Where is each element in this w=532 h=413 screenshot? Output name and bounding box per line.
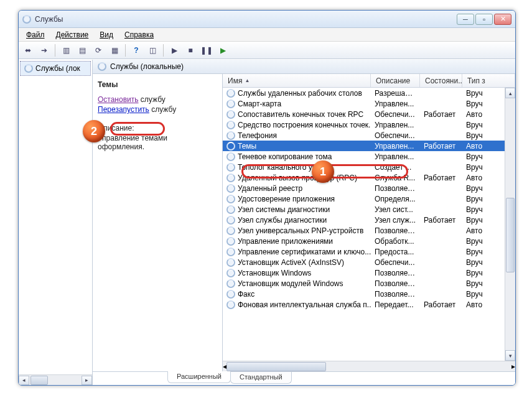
service-row[interactable]: Смарт-картаУправлен...Вруч bbox=[223, 98, 505, 109]
help-button[interactable]: ? bbox=[129, 44, 143, 57]
service-type: Вруч bbox=[462, 163, 505, 172]
column-header-row: Имя▲ Описание Состояни... Тип з bbox=[223, 74, 515, 88]
gear-icon bbox=[226, 290, 235, 299]
service-row[interactable]: Узел универсальных PNP-устройствПозволяе… bbox=[223, 225, 505, 236]
service-state: Работает bbox=[420, 300, 462, 309]
scroll-right-icon[interactable]: ▸ bbox=[82, 376, 92, 385]
gear-icon bbox=[226, 142, 235, 151]
show-hide-tree-button[interactable]: ▥ bbox=[59, 44, 73, 57]
tab-extended[interactable]: Расширенный bbox=[167, 371, 231, 383]
close-button[interactable]: ✕ bbox=[494, 14, 511, 25]
start-service-button[interactable]: ▶ bbox=[167, 44, 181, 57]
service-row[interactable]: ТемыУправлен...РаботаетАвто bbox=[223, 141, 505, 151]
menu-help[interactable]: Справка bbox=[119, 29, 159, 40]
restart-service-button[interactable]: ▶ bbox=[216, 44, 230, 57]
service-desc: Позволяет... bbox=[371, 226, 420, 235]
service-row[interactable]: Службы удаленных рабочих столовРазрешает… bbox=[223, 88, 505, 98]
service-desc: Управлен... bbox=[371, 152, 420, 161]
scroll-left-icon[interactable]: ◂ bbox=[19, 376, 29, 385]
service-row[interactable]: Управление сертификатами и ключо...Предо… bbox=[223, 246, 505, 257]
column-header-state[interactable]: Состояни... bbox=[420, 74, 462, 87]
menu-view[interactable]: Вид bbox=[95, 29, 118, 40]
scroll-thumb[interactable] bbox=[506, 198, 515, 272]
stop-service-link[interactable]: Остановить bbox=[98, 95, 139, 104]
gear-icon bbox=[226, 131, 235, 140]
tree-hscrollbar[interactable]: ◂ ▸ bbox=[19, 374, 92, 385]
service-type: Вруч bbox=[462, 216, 505, 225]
stop-suffix: службу bbox=[141, 95, 166, 104]
service-row[interactable]: ТелефонияОбеспечи...Вруч bbox=[223, 130, 505, 141]
service-desc: Передает... bbox=[371, 300, 420, 309]
menu-file[interactable]: Файл bbox=[21, 29, 50, 40]
service-row[interactable]: Узел службы диагностикиУзел служ...Работ… bbox=[223, 215, 505, 225]
column-header-desc[interactable]: Описание bbox=[371, 74, 420, 87]
export-button[interactable]: ▦ bbox=[108, 44, 121, 57]
service-desc: Управлен... bbox=[371, 121, 420, 129]
service-type: Авто bbox=[462, 142, 505, 151]
service-row[interactable]: Сопоставитель конечных точек RPCОбеспечи… bbox=[223, 109, 505, 119]
tab-standard[interactable]: Стандартный bbox=[230, 372, 292, 384]
stop-service-button[interactable]: ■ bbox=[184, 44, 197, 57]
service-row[interactable]: Фоновая интеллектуальная служба п...Пере… bbox=[223, 299, 505, 310]
list-hscrollbar[interactable]: ◂ ▸ bbox=[223, 361, 515, 371]
toolbar: ⬌ ➔ ▥ ▤ ⟳ ▦ ? ◫ ▶ ■ ❚❚ ▶ bbox=[19, 42, 515, 59]
nav-back-button[interactable]: ⬌ bbox=[21, 44, 35, 57]
gear-icon bbox=[226, 174, 235, 182]
service-row[interactable]: Удаленный вызов процедур (RPC)Служба R..… bbox=[223, 172, 505, 183]
service-type: Вруч bbox=[462, 195, 505, 203]
properties-button[interactable]: ▤ bbox=[75, 44, 89, 57]
column-header-type[interactable]: Тип з bbox=[462, 74, 515, 87]
scroll-up-icon[interactable]: ▴ bbox=[505, 88, 515, 98]
restart-suffix: службу bbox=[151, 105, 176, 114]
gear-icon bbox=[226, 163, 235, 172]
tree-node-services[interactable]: Службы (лок bbox=[20, 61, 91, 76]
gear-icon bbox=[226, 110, 235, 119]
service-desc: Позволяет... bbox=[371, 290, 420, 299]
title-bar[interactable]: Службы ─ ▫ ✕ bbox=[19, 11, 515, 28]
service-row[interactable]: Управление приложениямиОбработк...Вруч bbox=[223, 236, 505, 246]
nav-forward-button[interactable]: ➔ bbox=[37, 44, 51, 57]
scroll-down-icon[interactable]: ▾ bbox=[505, 350, 515, 361]
service-row[interactable]: ФаксПозволяет...Вруч bbox=[223, 289, 505, 299]
service-type: Вруч bbox=[462, 248, 505, 256]
refresh-button[interactable]: ⟳ bbox=[91, 44, 105, 57]
service-row[interactable]: Удостоверение приложенияОпределя...Вруч bbox=[223, 193, 505, 204]
service-name: Средство построения конечных точек... bbox=[238, 121, 371, 129]
sort-asc-icon: ▲ bbox=[245, 78, 250, 83]
gear-icon bbox=[24, 64, 33, 73]
service-desc: Предоста... bbox=[371, 248, 420, 256]
minimize-button[interactable]: ─ bbox=[457, 14, 474, 25]
service-name: Узел службы диагностики bbox=[238, 216, 327, 225]
service-name: Удостоверение приложения bbox=[238, 195, 335, 203]
menu-action[interactable]: Действие bbox=[51, 29, 94, 40]
service-row[interactable]: Удаленный реестрПозволяет...Вруч bbox=[223, 183, 505, 193]
column-header-name[interactable]: Имя▲ bbox=[223, 74, 371, 87]
scroll-right-icon[interactable]: ▸ bbox=[511, 362, 515, 371]
service-name: Установщик ActiveX (AxInstSV) bbox=[238, 258, 344, 267]
service-type: Вруч bbox=[462, 184, 505, 193]
restart-service-link[interactable]: Перезапустить bbox=[98, 105, 149, 114]
description-text: Управление темами оформления. bbox=[98, 134, 215, 151]
service-name: Управление приложениями bbox=[238, 237, 333, 246]
service-name: Узел универсальных PNP-устройств bbox=[238, 226, 363, 235]
scroll-thumb[interactable] bbox=[30, 376, 48, 385]
service-row[interactable]: Средство построения конечных точек...Упр… bbox=[223, 119, 505, 130]
pause-service-button[interactable]: ❚❚ bbox=[200, 44, 213, 57]
services-list: Имя▲ Описание Состояни... Тип з Службы у… bbox=[223, 74, 515, 371]
scroll-thumb[interactable] bbox=[226, 362, 326, 371]
gear-icon bbox=[226, 152, 235, 161]
service-row[interactable]: Узел системы диагностикиУзел сист...Вруч bbox=[223, 204, 505, 215]
service-row[interactable]: Тополог канального уровняСоздает ...Вруч bbox=[223, 162, 505, 172]
gear-icon bbox=[226, 300, 235, 309]
service-row[interactable]: Установщик ActiveX (AxInstSV)Обеспечи...… bbox=[223, 257, 505, 267]
gear-icon bbox=[226, 279, 235, 288]
maximize-button[interactable]: ▫ bbox=[475, 14, 493, 25]
service-row[interactable]: Установщик WindowsПозволяет...Вруч bbox=[223, 267, 505, 278]
service-type: Вруч bbox=[462, 131, 505, 140]
toolbar-misc-button[interactable]: ◫ bbox=[146, 44, 159, 57]
service-row[interactable]: Теневое копирование томаУправлен...Вруч bbox=[223, 151, 505, 162]
list-vscrollbar[interactable]: ▴ ▾ bbox=[505, 88, 515, 361]
service-type: Вруч bbox=[462, 258, 505, 267]
service-desc: Управлен... bbox=[371, 100, 420, 108]
service-row[interactable]: Установщик модулей WindowsПозволяет...Вр… bbox=[223, 278, 505, 289]
